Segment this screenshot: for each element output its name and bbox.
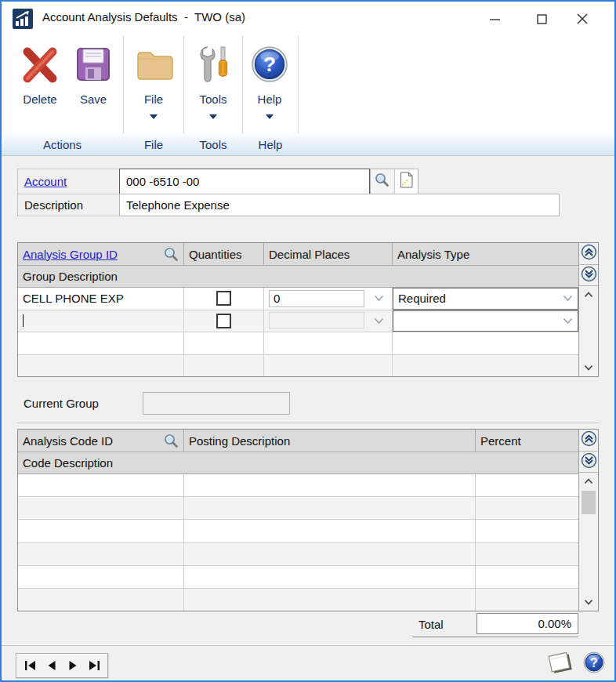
notepad-icon	[542, 650, 574, 678]
quantities-cell	[184, 288, 264, 310]
quantities-checkbox[interactable]	[216, 291, 231, 306]
svg-text:?: ?	[263, 53, 276, 76]
group-grid-row-4	[18, 355, 578, 377]
scroll-down-arrow[interactable]	[579, 359, 598, 376]
red-x-icon	[20, 42, 60, 86]
file-menu-button[interactable]: File	[125, 42, 182, 114]
help-button[interactable]: ?	[582, 651, 607, 677]
help-menu-label: Help	[258, 93, 282, 106]
quantities-header: Quantities	[189, 248, 242, 261]
decimal-places-header: Decimal Places	[269, 248, 350, 261]
group-id-cell[interactable]: CELL PHONE EXP	[18, 288, 184, 310]
scroll-up-arrow[interactable]	[579, 473, 598, 490]
analysis-code-grid: Analysis Code ID Posting Description Per…	[17, 429, 599, 611]
close-button[interactable]	[567, 6, 597, 31]
code-description-subheader: Code Description	[23, 456, 113, 470]
double-chevron-down-icon	[581, 266, 597, 285]
lookup-button[interactable]	[371, 169, 394, 194]
analysis-type-dropdown[interactable]	[393, 310, 578, 332]
decimal-places-cell	[264, 310, 393, 332]
question-mark-icon: ?	[251, 42, 288, 86]
previous-record-button[interactable]	[43, 656, 60, 675]
save-button[interactable]: Save	[67, 42, 119, 106]
current-group-label: Current Group	[24, 397, 99, 410]
save-button-label: Save	[80, 93, 107, 106]
first-record-button[interactable]	[22, 656, 39, 675]
tools-menu-button[interactable]: Tools	[185, 42, 241, 114]
collapse-rows-button[interactable]	[579, 265, 598, 286]
account-icon-tray	[370, 169, 419, 194]
group-id-cell[interactable]	[18, 310, 184, 332]
expand-rows-button[interactable]	[579, 430, 598, 452]
chevron-down-icon[interactable]	[374, 317, 384, 325]
note-page-icon	[400, 172, 413, 191]
analysis-type-cell	[393, 310, 578, 332]
minimize-button[interactable]	[480, 6, 509, 31]
total-label: Total	[419, 618, 444, 631]
bar-chart-icon	[13, 9, 33, 29]
last-record-button[interactable]	[85, 656, 103, 675]
maximize-button[interactable]	[527, 6, 556, 31]
quantities-checkbox[interactable]	[216, 314, 231, 328]
account-input[interactable]: 000 -6510 -00	[119, 169, 370, 194]
code-grid-row	[18, 497, 578, 520]
description-label: Description	[24, 198, 83, 212]
quantities-cell	[184, 310, 264, 332]
code-grid-row	[18, 520, 578, 542]
double-chevron-up-icon	[581, 430, 597, 450]
scroll-thumb[interactable]	[582, 491, 596, 514]
decimal-places-dropdown[interactable]	[269, 312, 364, 329]
notes-button[interactable]	[541, 651, 575, 677]
code-grid-row	[18, 566, 578, 589]
analysis-group-grid-header: Analysis Group ID Quantities Decimal Pla…	[18, 243, 578, 266]
account-link[interactable]: Account	[24, 175, 67, 188]
group-label-actions: Actions	[2, 133, 123, 155]
group-grid-row-2	[18, 310, 578, 333]
code-grid-row	[18, 474, 578, 497]
description-value: Telephone Expense	[126, 198, 230, 212]
magnifier-icon[interactable]	[164, 434, 179, 448]
group-label-tools: Tools	[184, 133, 242, 155]
magnifier-icon[interactable]	[164, 247, 179, 262]
analysis-type-dropdown[interactable]: Required	[393, 288, 578, 310]
content-area: Account 000 -6510 -00	[2, 156, 614, 644]
code-grid-row	[18, 543, 578, 566]
code-grid-row	[18, 589, 578, 611]
question-mark-icon: ?	[583, 651, 605, 677]
note-button[interactable]	[394, 169, 419, 194]
wrench-screwdriver-icon	[195, 42, 231, 86]
total-value: 0.00%	[476, 613, 578, 634]
svg-text:?: ?	[590, 656, 598, 669]
group-description-subheader: Group Description	[23, 270, 118, 283]
window: Account Analysis Defaults - TWO (sa) Del	[0, 0, 616, 682]
collapse-rows-button[interactable]	[579, 452, 598, 473]
record-navigation	[16, 653, 108, 678]
floppy-disk-icon	[75, 42, 111, 86]
text-caret	[23, 314, 24, 327]
analysis-type-cell: Required	[393, 288, 578, 310]
dropdown-arrow-icon	[209, 108, 217, 114]
expand-rows-button[interactable]	[579, 243, 598, 265]
magnifier-icon	[375, 172, 390, 190]
delete-button[interactable]: Delete	[14, 42, 66, 106]
chevron-down-icon	[563, 295, 573, 302]
analysis-group-id-link[interactable]: Analysis Group ID	[23, 248, 118, 261]
toolbar: Delete Save Fi	[2, 36, 614, 156]
scroll-up-arrow[interactable]	[579, 286, 598, 303]
group-label-file: File	[124, 133, 183, 155]
help-menu-button[interactable]: ? Help	[243, 42, 296, 114]
analysis-type-header: Analysis Type	[397, 248, 469, 261]
delete-button-label: Delete	[23, 93, 56, 106]
chevron-down-icon[interactable]	[374, 295, 384, 302]
bottom-bar: ?	[2, 645, 614, 681]
folder-icon	[134, 42, 173, 86]
group-grid-row-3	[18, 332, 578, 355]
chevron-down-icon	[563, 317, 573, 325]
title-bar: Account Analysis Defaults - TWO (sa)	[2, 2, 614, 36]
decimal-places-dropdown[interactable]: 0	[269, 290, 364, 307]
next-record-button[interactable]	[64, 656, 82, 675]
scroll-down-arrow[interactable]	[579, 593, 598, 611]
posting-description-header: Posting Description	[189, 434, 290, 448]
group-grid-scrollbar	[579, 286, 598, 376]
double-chevron-up-icon	[581, 244, 597, 263]
